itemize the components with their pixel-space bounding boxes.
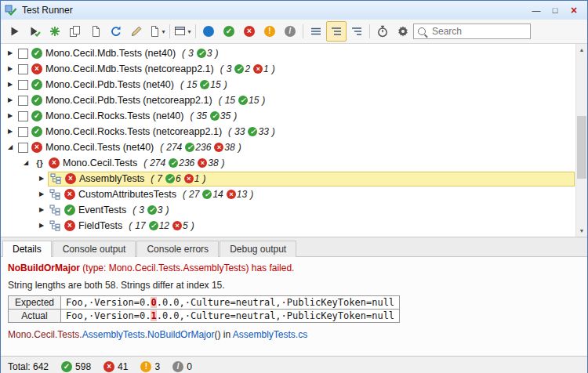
failed-circle-icon: × bbox=[244, 26, 255, 37]
settings-button[interactable] bbox=[393, 21, 413, 42]
passed-icon: ✓ bbox=[200, 80, 209, 89]
filter-passed-button[interactable]: ✓ bbox=[219, 21, 239, 42]
stack-link[interactable]: AssemblyTests bbox=[82, 329, 145, 340]
vertical-scrollbar[interactable]: ▲ ▼ bbox=[575, 44, 587, 237]
test-tree-row[interactable]: ▶✓EventTests(3✓3) bbox=[1, 202, 587, 218]
scroll-down-icon[interactable]: ▼ bbox=[576, 225, 587, 237]
row-checkbox[interactable] bbox=[18, 64, 28, 74]
view-tree-button[interactable] bbox=[347, 21, 367, 42]
tab-strip: DetailsConsole outputConsole errorsDebug… bbox=[1, 237, 587, 257]
history-dropdown-button[interactable]: ▾ bbox=[147, 21, 167, 42]
test-tree-row[interactable]: ▶✓Mono.Cecil.Pdb.Tests (net40)(15✓15) bbox=[1, 77, 587, 92]
search-input[interactable] bbox=[430, 25, 526, 38]
collapse-icon[interactable]: ◢ bbox=[4, 144, 16, 150]
passed-icon: ✓ bbox=[149, 221, 158, 230]
new-session-button[interactable] bbox=[45, 21, 65, 42]
run-document-button[interactable] bbox=[85, 21, 106, 42]
test-name: Mono.Cecil.Pdb.Tests (net40) bbox=[45, 79, 174, 90]
test-tree-row[interactable]: ▶✓Mono.Cecil.Mdb.Tests (net40)(3✓3) bbox=[1, 45, 587, 61]
expand-icon[interactable]: ▶ bbox=[4, 113, 16, 119]
passed-icon: ✓ bbox=[147, 205, 157, 215]
test-tree: ▶✓Mono.Cecil.Mdb.Tests (net40)(3✓3)▶×Mon… bbox=[1, 45, 587, 234]
repeat-run-button[interactable] bbox=[65, 21, 85, 42]
status-passed-icon: ✓ bbox=[31, 95, 42, 106]
row-checkbox[interactable] bbox=[18, 96, 28, 106]
filter-failed-button[interactable]: × bbox=[239, 21, 260, 42]
row-checkbox[interactable] bbox=[18, 143, 28, 153]
test-name: Mono.Cecil.Tests bbox=[63, 158, 137, 168]
scrollbar-thumb[interactable] bbox=[577, 116, 586, 179]
row-body: ×Mono.Cecil.Tests (net40)(274✓236×38) bbox=[16, 139, 575, 155]
test-name: Mono.Cecil.Pdb.Tests (netcoreapp2.1) bbox=[45, 95, 212, 106]
stack-link[interactable]: NoBuildOrMajor bbox=[147, 329, 214, 340]
maximize-button[interactable]: □ bbox=[546, 3, 564, 17]
test-name: Mono.Cecil.Rocks.Tests (netcoreapp2.1) bbox=[45, 126, 222, 137]
expand-icon[interactable]: ▶ bbox=[35, 223, 48, 229]
expand-icon[interactable]: ▶ bbox=[4, 50, 16, 56]
status-failed-icon: × bbox=[49, 158, 60, 168]
test-tree-row[interactable]: ▶✓Mono.Cecil.Pdb.Tests (netcoreapp2.1)(1… bbox=[1, 92, 587, 108]
filter-warning-button[interactable]: ! bbox=[260, 21, 280, 42]
timer-button[interactable] bbox=[372, 21, 393, 42]
row-body: ×AssemblyTests(7✓6×1) bbox=[48, 172, 575, 186]
edit-button[interactable] bbox=[126, 21, 147, 42]
filter-skipped-button[interactable]: / bbox=[280, 21, 300, 42]
row-checkbox[interactable] bbox=[18, 49, 28, 59]
expand-icon[interactable]: ▶ bbox=[4, 81, 16, 88]
tab-console-output[interactable]: Console output bbox=[53, 241, 136, 257]
tab-debug-output[interactable]: Debug output bbox=[220, 241, 296, 257]
refresh-button[interactable] bbox=[106, 21, 126, 42]
close-button[interactable]: × bbox=[564, 3, 583, 17]
search-box[interactable] bbox=[413, 24, 531, 39]
view-grouped-button[interactable] bbox=[326, 21, 347, 42]
expand-icon[interactable]: ▶ bbox=[4, 97, 16, 103]
filter-all-button[interactable] bbox=[198, 21, 219, 42]
stack-link[interactable]: AssemblyTests.cs bbox=[233, 329, 307, 340]
class-icon bbox=[49, 220, 61, 231]
test-tree-row[interactable]: ▶×Mono.Cecil.Mdb.Tests (netcoreapp2.1)(3… bbox=[1, 61, 587, 77]
passed-count: ✓236 bbox=[169, 158, 194, 168]
row-checkbox[interactable] bbox=[18, 80, 28, 90]
expand-icon[interactable]: ▶ bbox=[4, 129, 16, 135]
test-tree-row[interactable]: ▶✓Mono.Cecil.Rocks.Tests (net40)(35✓35) bbox=[1, 108, 587, 124]
group-by-dropdown-button[interactable]: ▾ bbox=[172, 21, 193, 42]
test-name: Mono.Cecil.Mdb.Tests (netcoreapp2.1) bbox=[45, 63, 214, 74]
expand-icon[interactable]: ▶ bbox=[4, 66, 16, 72]
tab-details[interactable]: Details bbox=[2, 241, 52, 257]
expand-icon[interactable]: ▶ bbox=[35, 191, 48, 197]
test-tree-row[interactable]: ▶✓Mono.Cecil.Rocks.Tests (netcoreapp2.1)… bbox=[1, 124, 587, 139]
expand-icon[interactable]: ▶ bbox=[35, 207, 48, 213]
passed-icon: ✓ bbox=[185, 143, 194, 152]
diff-label: Actual bbox=[9, 310, 61, 323]
test-name: Mono.Cecil.Tests (net40) bbox=[45, 142, 154, 153]
passed-icon: ✓ bbox=[248, 127, 257, 136]
warning-icon: ! bbox=[140, 361, 151, 372]
scroll-up-icon[interactable]: ▲ bbox=[576, 44, 587, 56]
run-tests-button[interactable] bbox=[4, 21, 24, 42]
test-counts: (3✓3) bbox=[132, 205, 169, 215]
failed-icon: × bbox=[253, 64, 263, 74]
search-icon bbox=[418, 27, 426, 35]
test-counts: (33✓33) bbox=[228, 126, 275, 137]
passed-count: ✓2 bbox=[234, 63, 250, 74]
test-tree-row[interactable]: ◢×Mono.Cecil.Tests (net40)(274✓236×38) bbox=[1, 139, 587, 155]
row-body: ×CustomAttributesTests(27✓14×13) bbox=[48, 186, 575, 202]
test-name: Mono.Cecil.Rocks.Tests (net40) bbox=[45, 110, 183, 121]
row-checkbox[interactable] bbox=[18, 127, 28, 137]
test-tree-row[interactable]: ▶×FieldTests(17✓12×5) bbox=[1, 218, 587, 234]
test-tree-row[interactable]: ▶×CustomAttributesTests(27✓14×13) bbox=[1, 186, 587, 202]
test-counts: (7✓6×1) bbox=[151, 173, 205, 184]
expand-icon[interactable]: ▶ bbox=[35, 176, 48, 182]
run-checked-tests-button[interactable] bbox=[24, 21, 45, 42]
collapse-icon[interactable]: ◢ bbox=[20, 160, 32, 166]
view-flat-button[interactable] bbox=[306, 21, 326, 42]
test-counts: (17✓12×5) bbox=[129, 220, 194, 231]
row-checkbox[interactable] bbox=[18, 111, 28, 121]
minimize-button[interactable]: — bbox=[527, 3, 546, 17]
test-tree-row[interactable]: ◢{}×Mono.Cecil.Tests(274✓236×38) bbox=[1, 155, 587, 171]
tab-console-errors[interactable]: Console errors bbox=[136, 241, 219, 257]
skipped-icon: / bbox=[172, 361, 183, 372]
passed-count: ✓12 bbox=[149, 220, 169, 231]
test-tree-row[interactable]: ▶×AssemblyTests(7✓6×1) bbox=[1, 171, 587, 186]
failed-icon: × bbox=[103, 361, 114, 372]
